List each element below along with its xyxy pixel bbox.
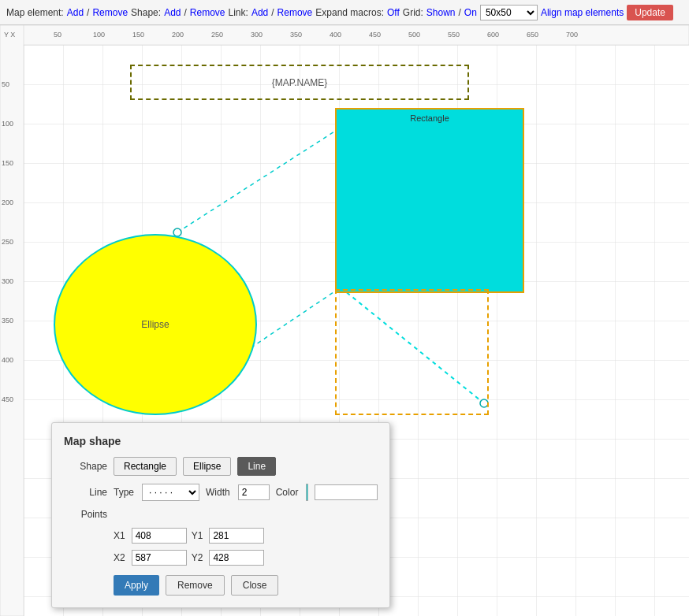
svg-text:450: 450 — [369, 31, 381, 39]
remove-button[interactable]: Remove — [166, 575, 225, 596]
svg-text:450: 450 — [2, 395, 13, 403]
dialog-line-row: Line Type · · · · · — — — ——— Width Colo… — [64, 484, 378, 501]
dialog-points-row1: X1 Y1 — [114, 528, 378, 544]
svg-text:700: 700 — [566, 31, 578, 39]
svg-text:250: 250 — [211, 31, 223, 39]
update-button[interactable]: Update — [627, 5, 673, 20]
svg-text:150: 150 — [132, 31, 144, 39]
map-element-label: Map element: — [6, 7, 64, 18]
link-remove-link[interactable]: Remove — [277, 7, 313, 18]
map-shape-dialog: Map shape Shape Rectangle Ellipse Line L… — [51, 422, 390, 608]
rect-shape: Rectangle Z Zabbix server{HOST.CONN} — [335, 108, 524, 293]
grid-shown-link[interactable]: Shown — [426, 7, 456, 18]
ellipse-shape: Ellipse — [54, 234, 257, 415]
grid-on-link[interactable]: On — [464, 7, 477, 18]
svg-text:500: 500 — [408, 31, 420, 39]
map-element-add-link[interactable]: Add — [67, 7, 84, 18]
line-width-label: Width — [206, 487, 230, 498]
dialog-title: Map shape — [64, 435, 378, 447]
x2-input[interactable] — [132, 550, 187, 566]
shape-add-link[interactable]: Add — [164, 7, 181, 18]
toolbar: Map element: Add / Remove Shape: Add / R… — [0, 0, 689, 25]
expand-macros-label: Expand macros: — [315, 7, 384, 18]
svg-text:50: 50 — [54, 31, 61, 39]
shape-ellipse-button[interactable]: Ellipse — [183, 457, 231, 476]
expand-macros-off-link[interactable]: Off — [387, 7, 400, 18]
svg-text:50: 50 — [2, 80, 9, 88]
svg-text:150: 150 — [2, 159, 13, 167]
y2-label: Y2 — [192, 552, 203, 563]
svg-text:600: 600 — [487, 31, 499, 39]
svg-text:300: 300 — [251, 31, 263, 39]
line-width-input[interactable] — [238, 484, 270, 500]
shape-rectangle-button[interactable]: Rectangle — [114, 457, 177, 476]
sep2: / — [184, 7, 187, 18]
svg-text:400: 400 — [330, 31, 341, 39]
link-add-link[interactable]: Add — [251, 7, 268, 18]
svg-text:350: 350 — [290, 31, 302, 39]
sep3: / — [271, 7, 274, 18]
map-area: Y X 50 100 150 200 250 300 350 400 450 5… — [0, 25, 689, 616]
line-color-label: Color — [276, 487, 299, 498]
map-name-box: {MAP.NAME} — [130, 65, 469, 100]
svg-text:100: 100 — [93, 31, 105, 39]
line-color-swatch[interactable] — [306, 484, 308, 501]
dialog-points-header: Points — [64, 509, 378, 520]
svg-text:400: 400 — [2, 356, 13, 364]
svg-text:200: 200 — [172, 31, 184, 39]
selection-rect — [335, 289, 489, 415]
line-type-label: Type — [114, 487, 134, 498]
svg-text:300: 300 — [2, 277, 13, 285]
dialog-shape-row: Shape Rectangle Ellipse Line — [64, 457, 378, 476]
close-button[interactable]: Close — [231, 575, 279, 596]
ellipse-label: Ellipse — [141, 319, 169, 330]
grid-label: Grid: — [403, 7, 423, 18]
sep4: / — [459, 7, 461, 18]
apply-button[interactable]: Apply — [114, 575, 159, 596]
svg-text:250: 250 — [2, 238, 13, 246]
sep1: / — [87, 7, 89, 18]
svg-text:Y X: Y X — [4, 31, 15, 39]
x2-label: X2 — [114, 552, 125, 563]
y1-input[interactable] — [209, 528, 264, 544]
points-field-label: Points — [64, 509, 107, 520]
dialog-points-row2: X2 Y2 — [114, 550, 378, 566]
align-map-elements-link[interactable]: Align map elements — [541, 7, 624, 18]
map-name-label: {MAP.NAME} — [272, 77, 327, 88]
x1-label: X1 — [114, 530, 125, 541]
shape-field-label: Shape — [64, 461, 107, 472]
svg-text:200: 200 — [2, 199, 13, 206]
map-element-remove-link[interactable]: Remove — [92, 7, 128, 18]
link-label: Link: — [229, 7, 248, 18]
shape-label: Shape: — [131, 7, 161, 18]
line-field-label: Line — [64, 487, 107, 498]
shape-line-button[interactable]: Line — [237, 457, 276, 476]
grid-size-select[interactable]: 50x50 25x25 75x75 100x100 — [480, 5, 538, 20]
x1-input[interactable] — [132, 528, 187, 544]
line-type-select[interactable]: · · · · · — — — ——— — [142, 484, 199, 501]
y2-input[interactable] — [209, 550, 264, 566]
dialog-action-buttons: Apply Remove Close — [114, 575, 378, 596]
svg-text:350: 350 — [2, 317, 13, 325]
svg-text:650: 650 — [527, 31, 538, 39]
shape-remove-link[interactable]: Remove — [190, 7, 225, 18]
line-color-input[interactable]: 00DDDD — [315, 484, 378, 500]
rect-shape-label: Rectangle — [337, 113, 523, 123]
svg-text:100: 100 — [2, 120, 13, 128]
y1-label: Y1 — [192, 530, 203, 541]
svg-text:550: 550 — [448, 31, 460, 39]
